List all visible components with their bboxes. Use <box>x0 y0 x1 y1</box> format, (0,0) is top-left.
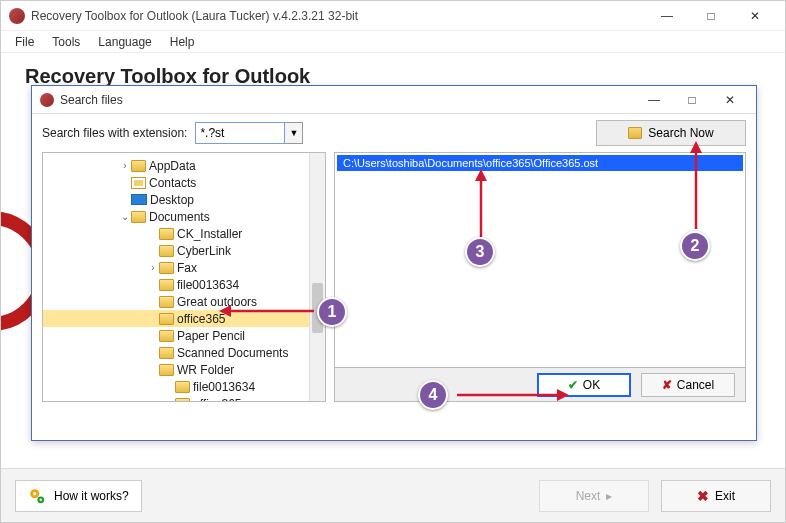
svg-marker-11 <box>557 389 569 401</box>
next-button: Next ▸ <box>539 480 649 512</box>
menu-language[interactable]: Language <box>90 33 159 51</box>
tree-item[interactable]: office365 <box>43 395 309 401</box>
folder-icon <box>131 160 146 172</box>
folder-icon <box>159 245 174 257</box>
collapse-icon[interactable]: ⌄ <box>119 211 131 222</box>
result-item[interactable]: C:\Users\toshiba\Documents\office365\Off… <box>337 155 743 171</box>
tree-label: Contacts <box>149 176 196 190</box>
dialog-maximize-button[interactable]: □ <box>674 88 710 112</box>
folder-icon <box>175 398 190 402</box>
tree-item[interactable]: file0013634 <box>43 378 309 395</box>
next-label: Next <box>576 489 601 503</box>
search-now-label: Search Now <box>648 126 713 140</box>
app-icon <box>40 93 54 107</box>
tree-label: Desktop <box>150 193 194 207</box>
tree-label: file0013634 <box>177 278 239 292</box>
gear-icon <box>28 487 46 505</box>
contacts-icon <box>131 177 146 189</box>
tree-label: Scanned Documents <box>177 346 288 360</box>
folder-icon <box>131 211 146 223</box>
close-icon: ✘ <box>662 378 672 392</box>
tree-label: CyberLink <box>177 244 231 258</box>
tree-item[interactable]: ›Fax <box>43 259 309 276</box>
desktop-icon <box>131 194 147 205</box>
extension-dropdown-button[interactable]: ▼ <box>285 122 303 144</box>
chevron-down-icon: ▼ <box>289 128 298 138</box>
tree-label: Paper Pencil <box>177 329 245 343</box>
tree-item-documents[interactable]: ⌄Documents <box>43 208 309 225</box>
maximize-button[interactable]: □ <box>689 1 733 31</box>
folder-icon <box>159 330 174 342</box>
expand-icon[interactable]: › <box>119 160 131 171</box>
svg-marker-9 <box>475 169 487 181</box>
extension-label: Search files with extension: <box>42 126 187 140</box>
exit-label: Exit <box>715 489 735 503</box>
app-icon <box>9 8 25 24</box>
ok-label: OK <box>583 378 600 392</box>
svg-marker-7 <box>690 141 702 153</box>
folder-icon <box>159 347 174 359</box>
close-icon: ✖ <box>697 488 709 504</box>
cancel-label: Cancel <box>677 378 714 392</box>
check-icon: ✔ <box>568 378 578 392</box>
tree-scrollbar[interactable] <box>309 153 325 401</box>
tree-label: Documents <box>149 210 210 224</box>
tree-label: AppData <box>149 159 196 173</box>
tree-item[interactable]: WR Folder <box>43 361 309 378</box>
tree-item-desktop[interactable]: Desktop <box>43 191 309 208</box>
tree-label: CK_Installer <box>177 227 242 241</box>
tree-item-contacts[interactable]: Contacts <box>43 174 309 191</box>
tree-item[interactable]: file0013634 <box>43 276 309 293</box>
extension-input[interactable] <box>195 122 285 144</box>
folder-icon <box>159 262 174 274</box>
tree-label: WR Folder <box>177 363 234 377</box>
annotation-marker-1: 1 <box>317 297 347 327</box>
dialog-minimize-button[interactable]: — <box>636 88 672 112</box>
annotation-marker-2: 2 <box>680 231 710 261</box>
menu-help[interactable]: Help <box>162 33 203 51</box>
tree-label: file0013634 <box>193 380 255 394</box>
menu-tools[interactable]: Tools <box>44 33 88 51</box>
exit-button[interactable]: ✖ Exit <box>661 480 771 512</box>
how-it-works-button[interactable]: How it works? <box>15 480 142 512</box>
svg-marker-5 <box>219 305 231 317</box>
tree-item[interactable]: CyberLink <box>43 242 309 259</box>
svg-point-3 <box>40 498 42 500</box>
search-now-button[interactable]: Search Now <box>596 120 746 146</box>
close-button[interactable]: ✕ <box>733 1 777 31</box>
folder-icon <box>159 279 174 291</box>
next-arrow-icon: ▸ <box>606 489 612 503</box>
annotation-arrow-2 <box>686 141 706 233</box>
annotation-arrow-4 <box>453 385 569 405</box>
tree-item[interactable]: CK_Installer <box>43 225 309 242</box>
folder-tree[interactable]: ›AppData Contacts Desktop ⌄Documents CK_… <box>42 152 326 402</box>
how-it-works-label: How it works? <box>54 489 129 503</box>
expand-icon[interactable]: › <box>147 262 159 273</box>
tree-label: Fax <box>177 261 197 275</box>
folder-icon <box>175 381 190 393</box>
minimize-button[interactable]: — <box>645 1 689 31</box>
dialog-close-button[interactable]: ✕ <box>712 88 748 112</box>
folder-icon <box>159 364 174 376</box>
folder-icon <box>159 313 174 325</box>
search-files-dialog: Search files — □ ✕ Search files with ext… <box>31 85 757 441</box>
annotation-arrow-3 <box>471 169 491 241</box>
cancel-button[interactable]: ✘ Cancel <box>641 373 735 397</box>
results-list[interactable]: C:\Users\toshiba\Documents\office365\Off… <box>334 152 746 368</box>
folder-icon <box>159 228 174 240</box>
tree-item[interactable]: Paper Pencil <box>43 327 309 344</box>
tree-item-appdata[interactable]: ›AppData <box>43 157 309 174</box>
svg-point-1 <box>33 492 36 495</box>
annotation-marker-3: 3 <box>465 237 495 267</box>
dialog-title: Search files <box>60 93 636 107</box>
folder-icon <box>159 296 174 308</box>
annotation-marker-4: 4 <box>418 380 448 410</box>
tree-label: office365 <box>193 397 242 402</box>
annotation-arrow-1 <box>219 301 319 321</box>
search-folder-icon <box>628 127 642 139</box>
window-title: Recovery Toolbox for Outlook (Laura Tuck… <box>31 9 645 23</box>
tree-item[interactable]: Scanned Documents <box>43 344 309 361</box>
menu-file[interactable]: File <box>7 33 42 51</box>
